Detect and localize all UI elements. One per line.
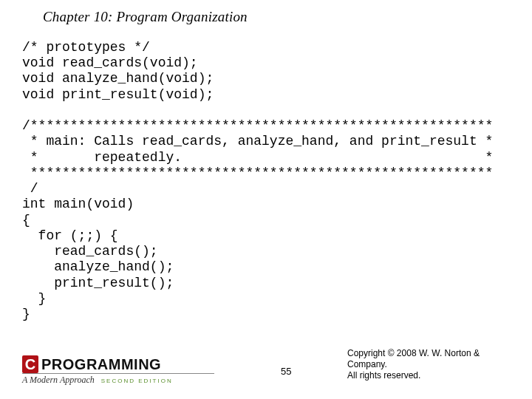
logo-title-row: C PROGRAMMING <box>22 355 214 373</box>
logo-word: PROGRAMMING <box>41 356 161 373</box>
footer: C PROGRAMMING A Modern Approach SECOND E… <box>22 353 517 386</box>
copyright-line2: All rights reserved. <box>347 370 517 381</box>
page-number: 55 <box>281 366 291 377</box>
logo-edition: SECOND EDITION <box>101 378 173 384</box>
book-logo: C PROGRAMMING A Modern Approach SECOND E… <box>22 355 214 386</box>
logo-subtitle: A Modern Approach SECOND EDITION <box>22 373 214 386</box>
chapter-heading: Chapter 10: Program Organization <box>43 9 248 25</box>
logo-c-badge: C <box>22 355 38 373</box>
slide: Chapter 10: Program Organization /* prot… <box>0 0 532 399</box>
code-block: /* prototypes */ void read_cards(void); … <box>22 40 493 322</box>
logo-subtitle-text: A Modern Approach <box>22 375 95 385</box>
copyright: Copyright © 2008 W. W. Norton & Company.… <box>347 348 517 381</box>
copyright-line1: Copyright © 2008 W. W. Norton & Company. <box>347 348 517 370</box>
